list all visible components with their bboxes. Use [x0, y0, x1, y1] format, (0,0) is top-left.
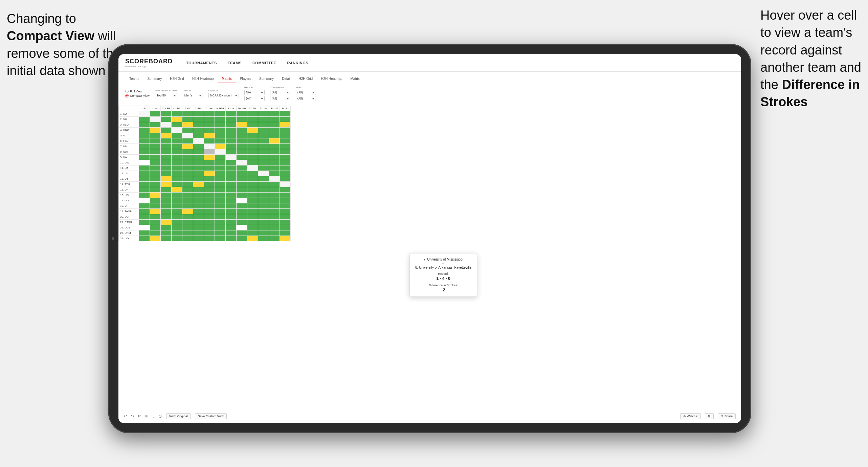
- matrix-cell[interactable]: [269, 230, 280, 236]
- matrix-cell[interactable]: [139, 220, 150, 225]
- matrix-cell[interactable]: [226, 165, 237, 171]
- matrix-cell[interactable]: [247, 122, 258, 128]
- matrix-cell[interactable]: [269, 111, 280, 117]
- matrix-cell[interactable]: [280, 171, 291, 176]
- matrix-cell[interactable]: [150, 220, 161, 225]
- matrix-cell[interactable]: [204, 165, 215, 171]
- matrix-cell[interactable]: [247, 176, 258, 182]
- matrix-cell[interactable]: [247, 230, 258, 236]
- matrix-cell[interactable]: [280, 209, 291, 214]
- filter-region-select2[interactable]: (All): [244, 96, 265, 101]
- matrix-cell[interactable]: [247, 171, 258, 176]
- matrix-cell[interactable]: [139, 149, 150, 155]
- matrix-cell[interactable]: [226, 171, 237, 176]
- matrix-cell[interactable]: [280, 182, 291, 187]
- matrix-cell[interactable]: [139, 144, 150, 149]
- matrix-cell[interactable]: [269, 149, 280, 155]
- matrix-cell[interactable]: [258, 225, 269, 230]
- matrix-cell[interactable]: [161, 176, 172, 182]
- matrix-cell[interactable]: [139, 117, 150, 122]
- matrix-cell[interactable]: [258, 230, 269, 236]
- tab-matrix2[interactable]: Matrix: [347, 75, 364, 83]
- matrix-cell[interactable]: [161, 144, 172, 149]
- matrix-cell[interactable]: [226, 176, 237, 182]
- matrix-cell[interactable]: [182, 160, 193, 165]
- tab-h2h-heatmap2[interactable]: H2H Heatmap: [317, 75, 346, 83]
- matrix-cell[interactable]: [139, 176, 150, 182]
- matrix-cell[interactable]: [269, 165, 280, 171]
- matrix-cell[interactable]: [280, 128, 291, 133]
- matrix-cell[interactable]: [150, 236, 161, 241]
- matrix-cell[interactable]: [258, 220, 269, 225]
- matrix-cell[interactable]: [172, 155, 182, 160]
- matrix-cell[interactable]: [182, 187, 193, 193]
- matrix-cell[interactable]: [139, 111, 150, 117]
- matrix-cell[interactable]: [150, 117, 161, 122]
- matrix-cell[interactable]: [150, 187, 161, 193]
- matrix-cell[interactable]: [226, 122, 237, 128]
- matrix-cell[interactable]: [204, 182, 215, 187]
- matrix-cell[interactable]: [237, 133, 247, 138]
- matrix-cell[interactable]: [193, 176, 204, 182]
- filter-gender-select[interactable]: Men's: [183, 93, 203, 98]
- radio-compact-view[interactable]: Compact View: [125, 94, 150, 97]
- matrix-cell[interactable]: [226, 203, 237, 209]
- filter-conference-select2[interactable]: (All): [270, 96, 290, 101]
- matrix-cell[interactable]: [269, 138, 280, 144]
- matrix-cell[interactable]: [247, 117, 258, 122]
- matrix-cell[interactable]: [182, 149, 193, 155]
- matrix-cell[interactable]: [172, 144, 182, 149]
- matrix-cell[interactable]: [247, 138, 258, 144]
- matrix-cell[interactable]: [204, 203, 215, 209]
- matrix-cell[interactable]: [150, 111, 161, 117]
- matrix-cell[interactable]: [172, 209, 182, 214]
- matrix-cell[interactable]: [139, 225, 150, 230]
- matrix-cell[interactable]: [269, 225, 280, 230]
- matrix-cell[interactable]: [269, 214, 280, 220]
- matrix-cell[interactable]: [139, 128, 150, 133]
- matrix-cell[interactable]: [161, 138, 172, 144]
- matrix-cell[interactable]: [204, 133, 215, 138]
- tab-matrix1[interactable]: Matrix: [218, 75, 236, 83]
- matrix-cell[interactable]: [280, 193, 291, 198]
- matrix-cell[interactable]: [280, 187, 291, 193]
- matrix-cell[interactable]: [139, 193, 150, 198]
- matrix-cell[interactable]: [237, 225, 247, 230]
- matrix-cell[interactable]: [280, 230, 291, 236]
- matrix-cell[interactable]: [161, 122, 172, 128]
- matrix-cell[interactable]: [204, 176, 215, 182]
- matrix-cell[interactable]: [226, 144, 237, 149]
- share-group-btn[interactable]: ⊞: [705, 413, 714, 419]
- matrix-cell[interactable]: [182, 220, 193, 225]
- matrix-cell[interactable]: [150, 182, 161, 187]
- matrix-cell[interactable]: [182, 155, 193, 160]
- matrix-cell[interactable]: [172, 138, 182, 144]
- matrix-cell[interactable]: [258, 144, 269, 149]
- matrix-cell[interactable]: [172, 236, 182, 241]
- matrix-cell[interactable]: [269, 203, 280, 209]
- matrix-cell[interactable]: [172, 198, 182, 203]
- matrix-cell[interactable]: [182, 133, 193, 138]
- matrix-cell[interactable]: [204, 128, 215, 133]
- matrix-cell[interactable]: [226, 138, 237, 144]
- matrix-cell[interactable]: [215, 230, 226, 236]
- matrix-cell[interactable]: [204, 225, 215, 230]
- matrix-cell[interactable]: [182, 165, 193, 171]
- tab-summary2[interactable]: Summary: [255, 75, 278, 83]
- matrix-cell[interactable]: [204, 117, 215, 122]
- matrix-cell[interactable]: [237, 122, 247, 128]
- matrix-cell[interactable]: [258, 155, 269, 160]
- matrix-cell[interactable]: [258, 165, 269, 171]
- matrix-cell[interactable]: [215, 165, 226, 171]
- filter-team-select1[interactable]: (All): [296, 90, 316, 95]
- matrix-cell[interactable]: [172, 203, 182, 209]
- matrix-cell[interactable]: [161, 182, 172, 187]
- matrix-cell[interactable]: [150, 122, 161, 128]
- matrix-cell[interactable]: [258, 209, 269, 214]
- matrix-cell[interactable]: [226, 236, 237, 241]
- matrix-cell[interactable]: [258, 214, 269, 220]
- matrix-cell[interactable]: [193, 165, 204, 171]
- matrix-cell[interactable]: [237, 209, 247, 214]
- tab-h2h-grid1[interactable]: H2H Grid: [166, 75, 188, 83]
- matrix-cell[interactable]: [150, 133, 161, 138]
